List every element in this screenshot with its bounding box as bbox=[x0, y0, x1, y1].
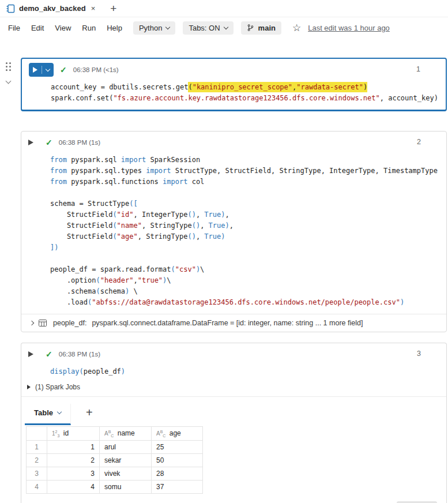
menu-help[interactable]: Help bbox=[107, 24, 122, 32]
menu-edit[interactable]: Edit bbox=[31, 24, 44, 32]
row-index: 4 bbox=[27, 481, 47, 494]
cell-id: 1 bbox=[47, 441, 100, 454]
menu-view[interactable]: View bbox=[55, 24, 71, 32]
code-line[interactable]: people_df = spark.read.format("csv")\ bbox=[50, 264, 439, 275]
cell-3[interactable]: ✓ 06:38 PM (1s) 3 display(people_df) (1)… bbox=[21, 343, 447, 503]
code-line[interactable]: StructField("age", StringType(), True) bbox=[50, 231, 439, 242]
add-visualization-button[interactable]: + bbox=[86, 407, 93, 418]
success-check-icon: ✓ bbox=[46, 138, 52, 147]
menu-file[interactable]: File bbox=[8, 24, 20, 32]
notebook-icon bbox=[6, 4, 15, 13]
play-icon bbox=[33, 67, 37, 73]
favorite-star-icon[interactable]: ☆ bbox=[292, 22, 301, 34]
code-editor[interactable]: account_key = dbutils.secrets.get("kanin… bbox=[22, 81, 446, 110]
row-index: 3 bbox=[27, 467, 47, 481]
cell-id: 2 bbox=[47, 454, 100, 467]
table-row: 11arul25 bbox=[27, 441, 203, 454]
collapse-chevron-icon[interactable] bbox=[6, 78, 12, 84]
code-line[interactable]: StructField("name", StringType(), True), bbox=[50, 220, 439, 231]
result-table-header: 123 idABC nameABC age bbox=[27, 427, 203, 441]
chevron-down-icon bbox=[165, 24, 170, 29]
execution-time: 06:38 PM (1s) bbox=[59, 351, 100, 358]
cell-1[interactable]: ✓ 06:38 PM (<1s) 1 account_key = dbutils… bbox=[21, 58, 447, 111]
cell-2[interactable]: ✓ 06:38 PM (1s) 2 from pyspark.sql impor… bbox=[21, 131, 447, 332]
expand-triangle-icon bbox=[27, 385, 31, 389]
notebook-canvas: ✓ 06:38 PM (<1s) 1 account_key = dbutils… bbox=[21, 38, 447, 503]
code-line[interactable]: from pyspark.sql import SparkSession bbox=[50, 155, 439, 166]
code-line[interactable]: StructField("id", IntegerType(), True), bbox=[50, 209, 439, 220]
column-header-name[interactable]: ABC name bbox=[100, 427, 152, 441]
table-row: 33vivek28 bbox=[27, 467, 203, 481]
row-index: 2 bbox=[27, 454, 47, 467]
code-line[interactable]: .option("header","true")\ bbox=[50, 275, 439, 286]
execution-time: 06:38 PM (<1s) bbox=[73, 66, 119, 73]
tab-bar: demo_akv_backed × + bbox=[0, 0, 448, 17]
integer-type-icon: 123 bbox=[52, 430, 59, 437]
code-line[interactable]: schema = StructType([ bbox=[50, 198, 439, 209]
result-tabs: Table + bbox=[25, 404, 446, 425]
code-line[interactable]: account_key = dbutils.secrets.get("kanin… bbox=[51, 82, 439, 93]
code-line[interactable]: ]) bbox=[50, 242, 439, 253]
chevron-down-icon bbox=[57, 410, 62, 414]
table-icon bbox=[39, 320, 47, 326]
code-line[interactable]: from pyspark.sql.types import StructType… bbox=[50, 166, 439, 177]
code-line[interactable]: .load("abfss://data@rawdatastorage123456… bbox=[50, 297, 439, 308]
chevron-down-icon[interactable] bbox=[46, 67, 50, 72]
output-var-value: pyspark.sql.connect.dataframe.DataFrame … bbox=[92, 319, 363, 327]
tab-table[interactable]: Table bbox=[25, 404, 71, 425]
button-divider bbox=[42, 66, 42, 74]
menu-bar: File Edit View Run Help Python Tabs: ON … bbox=[0, 17, 448, 38]
cell-id: 4 bbox=[47, 481, 100, 494]
spark-jobs-toggle[interactable]: (1) Spark Jobs bbox=[21, 380, 446, 396]
git-branch-selector[interactable]: main bbox=[241, 21, 281, 35]
cell-number: 3 bbox=[417, 350, 421, 358]
cell-gutter bbox=[6, 62, 11, 83]
column-header-id[interactable]: 123 id bbox=[47, 427, 100, 441]
play-icon[interactable] bbox=[28, 140, 33, 145]
tabs-toggle[interactable]: Tabs: ON bbox=[183, 21, 233, 35]
branch-name: main bbox=[258, 24, 276, 32]
dataframe-output-row[interactable]: people_df: pyspark.sql.connect.dataframe… bbox=[21, 314, 446, 332]
cell-number: 1 bbox=[416, 65, 420, 73]
cell-age: 28 bbox=[152, 467, 203, 481]
result-panel: Table + 123 idABC nameABC age 11arul2522… bbox=[21, 396, 446, 494]
language-selector[interactable]: Python bbox=[133, 21, 175, 35]
run-cell-button[interactable] bbox=[29, 63, 54, 77]
close-tab-icon[interactable]: × bbox=[91, 4, 96, 13]
result-table: 123 idABC nameABC age 11arul2522sekar503… bbox=[26, 426, 203, 494]
chevron-right-icon[interactable] bbox=[29, 321, 34, 325]
cell-name: somu bbox=[100, 481, 152, 494]
code-line[interactable] bbox=[50, 253, 439, 264]
play-icon[interactable] bbox=[28, 351, 33, 357]
notebook-tab[interactable]: demo_akv_backed bbox=[19, 4, 86, 13]
tabs-toggle-label: Tabs: ON bbox=[189, 24, 220, 32]
cell-number: 2 bbox=[417, 138, 421, 146]
string-type-icon: ABC bbox=[156, 430, 165, 437]
code-line[interactable]: from pyspark.sql.functions import col bbox=[50, 177, 439, 187]
language-label: Python bbox=[139, 24, 162, 32]
cell-id: 3 bbox=[47, 467, 100, 481]
code-line[interactable] bbox=[50, 187, 439, 198]
code-line[interactable]: .schema(schema) \ bbox=[50, 286, 439, 297]
column-header-age[interactable]: ABC age bbox=[152, 427, 203, 441]
cell-age: 50 bbox=[152, 454, 203, 467]
drag-handle-icon[interactable] bbox=[6, 62, 11, 71]
cell-name: arul bbox=[100, 441, 152, 454]
code-line[interactable]: display(people_df) bbox=[50, 366, 439, 377]
menu-run[interactable]: Run bbox=[82, 24, 96, 32]
row-index: 1 bbox=[27, 441, 47, 454]
cell-age: 25 bbox=[152, 441, 203, 454]
tab-table-label: Table bbox=[34, 408, 53, 417]
new-tab-button[interactable]: + bbox=[110, 3, 116, 14]
string-type-icon: ABC bbox=[104, 430, 114, 437]
cell-3-header: ✓ 06:38 PM (1s) 3 bbox=[21, 343, 446, 365]
code-editor[interactable]: from pyspark.sql import SparkSessionfrom… bbox=[21, 153, 446, 314]
table-row: 22sekar50 bbox=[27, 454, 203, 467]
success-check-icon: ✓ bbox=[60, 65, 67, 74]
code-line[interactable]: spark.conf.set("fs.azure.account.key.raw… bbox=[51, 93, 439, 104]
cell-1-header: ✓ 06:38 PM (<1s) 1 bbox=[22, 59, 446, 81]
chevron-down-icon bbox=[223, 24, 228, 29]
cell-name: sekar bbox=[100, 454, 152, 467]
code-editor[interactable]: display(people_df) bbox=[21, 365, 446, 380]
last-edit-link[interactable]: Last edit was 1 hour ago bbox=[308, 24, 390, 32]
